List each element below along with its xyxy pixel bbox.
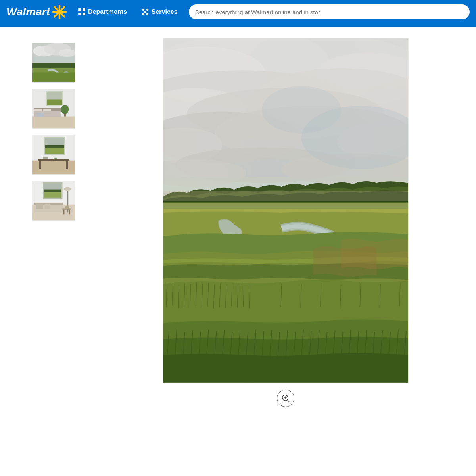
svg-rect-44 [66, 161, 68, 169]
svg-point-10 [142, 13, 144, 15]
zoom-button[interactable] [277, 390, 294, 407]
svg-rect-53 [44, 190, 61, 192]
svg-rect-46 [54, 158, 57, 159]
thumbnail-3[interactable] [32, 135, 75, 175]
svg-rect-42 [38, 159, 69, 161]
svg-point-33 [61, 105, 69, 114]
svg-point-8 [142, 9, 144, 11]
site-header: Walmart Departments [0, 0, 476, 27]
svg-rect-57 [44, 204, 50, 209]
svg-rect-7 [83, 13, 85, 15]
zoom-icon [282, 394, 290, 402]
svg-rect-5 [83, 8, 85, 11]
walmart-wordmark: Walmart [6, 6, 50, 18]
svg-rect-21 [32, 73, 75, 83]
departments-nav[interactable]: Departments [75, 6, 130, 17]
svg-point-11 [146, 13, 148, 15]
svg-rect-18 [32, 57, 75, 63]
svg-rect-41 [45, 145, 64, 148]
svg-rect-37 [32, 161, 75, 174]
thumbnail-2[interactable] [32, 89, 75, 129]
services-icon [141, 8, 149, 16]
main-image-area [95, 35, 476, 471]
header-blue-bar [0, 24, 476, 27]
svg-rect-34 [37, 113, 44, 117]
thumbnail-4[interactable] [32, 181, 75, 221]
svg-rect-87 [163, 191, 408, 201]
svg-rect-20 [32, 63, 75, 68]
svg-rect-24 [32, 117, 75, 128]
svg-rect-62 [69, 210, 70, 215]
svg-rect-4 [78, 8, 81, 11]
departments-icon [78, 8, 86, 16]
svg-rect-61 [63, 210, 65, 215]
svg-point-63 [65, 206, 69, 210]
svg-rect-6 [78, 13, 81, 15]
svg-rect-27 [47, 92, 62, 100]
svg-point-17 [59, 49, 75, 57]
svg-line-143 [288, 400, 289, 402]
svg-rect-31 [43, 109, 51, 111]
departments-label: Departments [88, 8, 127, 15]
svg-point-9 [146, 9, 148, 11]
svg-point-12 [144, 11, 146, 13]
thumbnail-1[interactable] [32, 43, 75, 83]
main-product-image [163, 38, 409, 383]
svg-rect-43 [39, 161, 41, 169]
services-nav[interactable]: Services [138, 6, 181, 17]
services-label: Services [152, 8, 178, 15]
svg-rect-56 [36, 204, 43, 209]
svg-rect-45 [43, 157, 48, 159]
search-input[interactable] [189, 4, 470, 19]
svg-rect-30 [34, 109, 42, 111]
product-page [0, 27, 476, 476]
walmart-logo[interactable]: Walmart [6, 5, 67, 19]
svg-point-59 [63, 187, 71, 191]
svg-point-84 [262, 86, 341, 134]
thumbnail-list [32, 35, 79, 471]
spark-icon [52, 5, 67, 19]
